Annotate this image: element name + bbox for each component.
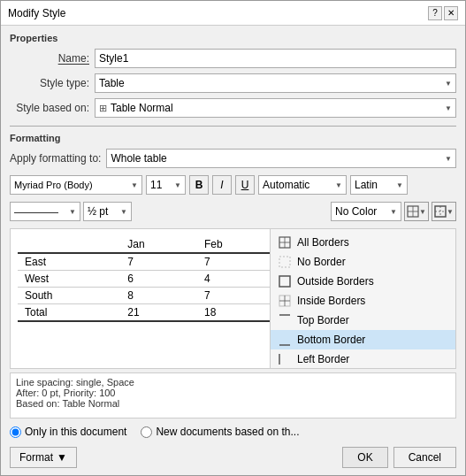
header-cell-1: Jan bbox=[120, 236, 197, 253]
italic-button[interactable]: I bbox=[212, 175, 232, 195]
apply-to-row: Apply formatting to: Whole table ▼ bbox=[10, 149, 456, 168]
border-grid-button[interactable]: ▼ bbox=[404, 202, 429, 221]
size-value: 11 bbox=[150, 179, 162, 191]
border-color-arrow: ▼ bbox=[390, 208, 397, 216]
title-controls: ? ✕ bbox=[428, 6, 458, 20]
border-row: ▼ ½ pt ▼ No Color ▼ ▼ bbox=[10, 202, 456, 221]
style-based-label: Style based on: bbox=[10, 102, 89, 114]
border-other-arrow: ▼ bbox=[447, 208, 454, 216]
border-style-arrow: ▼ bbox=[69, 208, 76, 216]
cell-east-1: 7 bbox=[120, 253, 197, 271]
cell-west-0: West bbox=[18, 271, 120, 288]
formatting-section-label: Formatting bbox=[10, 133, 456, 143]
border-menu-item-bottom[interactable]: Bottom Border bbox=[271, 330, 455, 349]
dialog-title: Modify Style bbox=[8, 7, 65, 19]
outside-borders-icon bbox=[278, 274, 292, 288]
sep1 bbox=[10, 126, 456, 127]
color-arrow: ▼ bbox=[335, 181, 342, 189]
cancel-button[interactable]: Cancel bbox=[393, 447, 456, 468]
border-style-dropdown[interactable]: ▼ bbox=[10, 202, 80, 221]
border-menu-label-left: Left Border bbox=[297, 353, 349, 365]
apply-to-dropdown[interactable]: Whole table ▼ bbox=[106, 149, 456, 168]
border-other-button[interactable]: ▼ bbox=[432, 202, 456, 221]
style-based-arrow: ▼ bbox=[445, 104, 452, 112]
style-type-dropdown[interactable]: Table ▼ bbox=[95, 73, 456, 93]
name-input[interactable] bbox=[95, 49, 456, 68]
border-menu-item-none[interactable]: No Border bbox=[271, 252, 455, 272]
radio-new-documents-label: New documents based on th... bbox=[156, 426, 299, 438]
font-dropdown[interactable]: Myriad Pro (Body) ▼ bbox=[10, 175, 142, 195]
border-menu-label-none: No Border bbox=[297, 256, 346, 268]
style-type-row: Style type: Table ▼ bbox=[10, 73, 456, 93]
header-cell-2: Feb bbox=[197, 236, 277, 253]
size-arrow: ▼ bbox=[174, 181, 181, 189]
border-style-value bbox=[14, 212, 58, 213]
border-menu-label-outside: Outside Borders bbox=[297, 275, 374, 288]
border-width-value: ½ pt bbox=[88, 205, 108, 218]
font-row: Myriad Pro (Body) ▼ 11 ▼ B I U Automatic… bbox=[10, 175, 456, 195]
title-bar: Modify Style ? ✕ bbox=[1, 1, 465, 26]
border-menu-label-bottom: Bottom Border bbox=[297, 334, 365, 346]
style-based-icon: ⊞ bbox=[99, 103, 107, 114]
table-row: East 7 7 bbox=[18, 253, 277, 271]
border-color-value: No Color bbox=[335, 205, 377, 218]
inside-borders-icon bbox=[278, 294, 292, 308]
left-border-icon bbox=[278, 352, 292, 366]
border-menu-item-outside[interactable]: Outside Borders bbox=[271, 272, 455, 291]
apply-to-arrow: ▼ bbox=[445, 155, 452, 163]
border-menu-label-inside: Inside Borders bbox=[297, 295, 365, 307]
close-button[interactable]: ✕ bbox=[444, 6, 458, 20]
radio-new-documents[interactable]: New documents based on th... bbox=[141, 426, 299, 438]
radio-only-document-input[interactable] bbox=[10, 426, 21, 438]
script-dropdown[interactable]: Latin ▼ bbox=[350, 175, 408, 195]
no-border-icon bbox=[278, 255, 292, 269]
border-grid-arrow: ▼ bbox=[419, 208, 426, 216]
color-dropdown[interactable]: Automatic ▼ bbox=[258, 175, 347, 195]
border-menu-item-top[interactable]: Top Border bbox=[271, 311, 455, 330]
table-row: West 6 4 bbox=[18, 271, 277, 288]
preview-table: Jan Feb East 7 7 West 6 4 bbox=[18, 236, 277, 322]
style-based-dropdown[interactable]: ⊞ Table Normal ▼ bbox=[95, 98, 456, 118]
format-button-arrow: ▼ bbox=[57, 451, 67, 464]
info-line3: Based on: Table Normal bbox=[16, 398, 450, 409]
border-menu-item-inside[interactable]: Inside Borders bbox=[271, 291, 455, 311]
name-label: Name: bbox=[10, 52, 89, 65]
border-menu-item-left[interactable]: Left Border bbox=[271, 349, 455, 369]
radio-row: Only in this document New documents base… bbox=[10, 426, 456, 438]
border-menu-item-all[interactable]: All Borders bbox=[271, 233, 455, 252]
table-row: Total 21 18 bbox=[18, 304, 277, 322]
style-type-value: Table bbox=[99, 77, 125, 89]
apply-to-value: Whole table bbox=[111, 152, 166, 165]
cell-total-0: Total bbox=[18, 304, 120, 322]
properties-section-label: Properties bbox=[10, 33, 456, 43]
table-preview: Jan Feb East 7 7 West 6 4 bbox=[11, 229, 285, 368]
cell-west-2: 4 bbox=[197, 271, 277, 288]
border-width-dropdown[interactable]: ½ pt ▼ bbox=[83, 202, 132, 221]
cell-south-2: 7 bbox=[197, 288, 277, 304]
name-row: Name: bbox=[10, 49, 456, 68]
svg-rect-10 bbox=[279, 276, 290, 287]
dialog-body: Properties Name: Style type: Table ▼ Sty… bbox=[1, 26, 465, 475]
style-type-arrow: ▼ bbox=[445, 80, 452, 88]
border-dropdown-menu: All Borders No Border Outside Borders bbox=[270, 229, 455, 369]
cell-east-0: East bbox=[18, 253, 120, 271]
format-button[interactable]: Format ▼ bbox=[10, 447, 77, 468]
help-button[interactable]: ? bbox=[428, 6, 442, 20]
radio-new-documents-input[interactable] bbox=[141, 426, 152, 438]
cell-total-2: 18 bbox=[197, 304, 277, 322]
border-color-dropdown[interactable]: No Color ▼ bbox=[331, 202, 401, 221]
cell-west-1: 6 bbox=[120, 271, 197, 288]
size-dropdown[interactable]: 11 ▼ bbox=[146, 175, 186, 195]
border-width-arrow: ▼ bbox=[120, 208, 127, 216]
ok-button[interactable]: OK bbox=[342, 447, 387, 468]
underline-button[interactable]: U bbox=[235, 175, 255, 195]
bold-button[interactable]: B bbox=[189, 175, 209, 195]
radio-only-document[interactable]: Only in this document bbox=[10, 426, 126, 438]
cell-south-0: South bbox=[18, 288, 120, 304]
style-based-value: Table Normal bbox=[111, 102, 173, 114]
content-area: Jan Feb East 7 7 West 6 4 bbox=[10, 228, 456, 369]
font-value: Myriad Pro (Body) bbox=[14, 180, 93, 190]
format-button-label: Format bbox=[19, 451, 53, 464]
cell-south-1: 8 bbox=[120, 288, 197, 304]
bottom-border-icon bbox=[278, 333, 292, 347]
